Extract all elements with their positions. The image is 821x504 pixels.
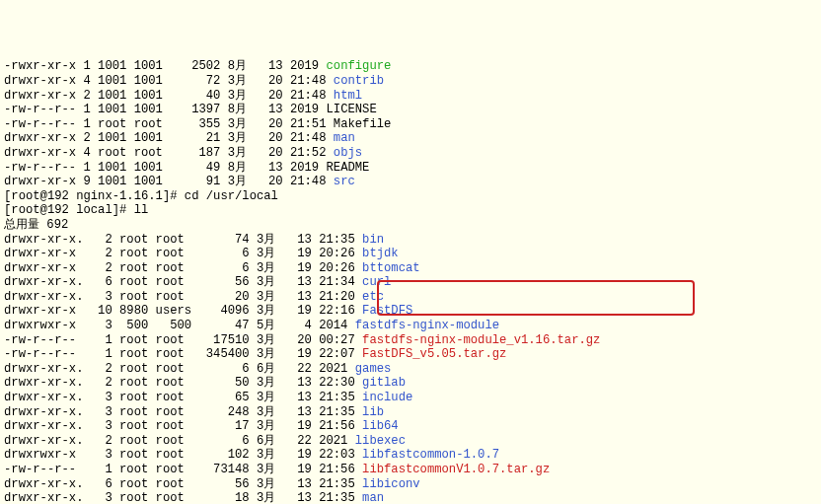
file-row: drwxr-xr-x. 3 root root 65 3月 13 21:35 i… (4, 391, 817, 405)
file-row: drwxr-xr-x 2 1001 1001 40 3月 20 21:48 ht… (4, 89, 817, 104)
file-row: drwxr-xr-x. 2 root root 6 6月 22 2021 gam… (4, 362, 817, 377)
file-permissions: drwxr-xr-x. 3 root root 17 3月 19 21:56 (4, 419, 362, 433)
file-permissions: -rw-r--r-- 1 root root 17510 3月 20 00:27 (4, 333, 362, 347)
file-row: drwxr-xr-x. 6 root root 56 3月 13 21:34 c… (4, 275, 817, 290)
file-permissions: drwxrwxr-x 3 500 500 47 5月 4 2014 (4, 319, 355, 332)
file-permissions: drwxr-xr-x 2 root root 6 3月 19 20:26 (4, 261, 362, 275)
file-row: -rw-r--r-- 1 root root 345400 3月 19 22:0… (4, 347, 817, 362)
file-name: bin (362, 233, 384, 247)
file-permissions: drwxr-xr-x. 3 root root 65 3月 13 21:35 (4, 391, 362, 404)
file-name: html (334, 89, 362, 103)
file-permissions: drwxr-xr-x. 2 root root 6 6月 22 2021 (4, 362, 355, 376)
total-line: 总用量 692 (4, 218, 817, 233)
file-row: drwxr-xr-x. 3 root root 20 3月 13 21:20 e… (4, 290, 817, 305)
file-row: drwxr-xr-x 4 1001 1001 72 3月 20 21:48 co… (4, 74, 817, 89)
file-name: README (327, 161, 370, 175)
file-permissions: drwxr-xr-x 10 8980 users 4096 3月 19 22:1… (4, 304, 362, 318)
file-name: btjdk (362, 247, 399, 260)
file-row: drwxr-xr-x 2 1001 1001 21 3月 20 21:48 ma… (4, 131, 817, 146)
file-name: configure (327, 59, 392, 73)
file-name: games (355, 362, 392, 376)
file-permissions: -rw-r--r-- 1 root root 73148 3月 19 21:56 (4, 463, 362, 476)
file-row: -rw-r--r-- 1 1001 1001 1397 8月 13 2019 L… (4, 103, 817, 117)
file-permissions: -rw-r--r-- 1 root root 345400 3月 19 22:0… (4, 347, 362, 361)
file-permissions: -rw-r--r-- 1 1001 1001 1397 8月 13 2019 (4, 103, 327, 116)
file-permissions: drwxr-xr-x 4 1001 1001 72 3月 20 21:48 (4, 74, 334, 88)
file-name: libfastcommonV1.0.7.tar.gz (362, 463, 550, 476)
file-row: -rw-r--r-- 1 root root 355 3月 20 21:51 M… (4, 117, 817, 132)
file-permissions: drwxr-xr-x. 2 root root 74 3月 13 21:35 (4, 233, 362, 247)
file-row: -rw-r--r-- 1 1001 1001 49 8月 13 2019 REA… (4, 161, 817, 176)
file-row: -rwxr-xr-x 1 1001 1001 2502 8月 13 2019 c… (4, 59, 817, 74)
file-name: include (362, 391, 412, 404)
file-name: curl (362, 275, 391, 289)
file-name: FastDFS_v5.05.tar.gz (362, 347, 506, 361)
file-name: libexec (355, 434, 406, 448)
file-row: drwxrwxr-x 3 500 500 47 5月 4 2014 fastdf… (4, 319, 817, 333)
file-row: drwxr-xr-x. 2 root root 74 3月 13 21:35 b… (4, 233, 817, 248)
file-permissions: drwxr-xr-x 9 1001 1001 91 3月 20 21:48 (4, 175, 334, 188)
file-permissions: drwxr-xr-x 2 1001 1001 40 3月 20 21:48 (4, 89, 334, 103)
file-name: etc (362, 290, 384, 304)
file-row: drwxr-xr-x 9 1001 1001 91 3月 20 21:48 sr… (4, 175, 817, 189)
terminal-output: -rwxr-xr-x 1 1001 1001 2502 8月 13 2019 c… (4, 59, 817, 504)
file-permissions: drwxrwxr-x 3 root root 102 3月 19 22:03 (4, 448, 362, 462)
file-permissions: -rwxr-xr-x 1 1001 1001 2502 8月 13 2019 (4, 59, 327, 73)
file-name: lib (362, 405, 384, 419)
file-name: fastdfs-nginx-module_v1.16.tar.gz (362, 333, 600, 347)
file-name: lib64 (362, 419, 399, 433)
file-permissions: drwxr-xr-x. 2 root root 6 6月 22 2021 (4, 434, 355, 448)
file-permissions: drwxr-xr-x. 3 root root 248 3月 13 21:35 (4, 405, 362, 419)
file-permissions: drwxr-xr-x 2 1001 1001 21 3月 20 21:48 (4, 131, 334, 145)
file-permissions: drwxr-xr-x. 6 root root 56 3月 13 21:35 (4, 477, 362, 491)
file-name: man (362, 491, 384, 504)
file-name: libiconv (362, 477, 420, 491)
file-row: drwxr-xr-x 2 root root 6 3月 19 20:26 btt… (4, 261, 817, 276)
file-permissions: drwxr-xr-x 2 root root 6 3月 19 20:26 (4, 247, 362, 260)
file-name: LICENSE (327, 103, 377, 116)
file-permissions: drwxr-xr-x. 2 root root 50 3月 13 22:30 (4, 376, 362, 390)
file-name: src (334, 175, 355, 188)
file-name: contrib (334, 74, 384, 88)
file-permissions: drwxr-xr-x 4 root root 187 3月 20 21:52 (4, 146, 334, 160)
file-row: drwxr-xr-x 2 root root 6 3月 19 20:26 btj… (4, 247, 817, 261)
file-permissions: -rw-r--r-- 1 1001 1001 49 8月 13 2019 (4, 161, 327, 175)
file-row: drwxr-xr-x. 6 root root 56 3月 13 21:35 l… (4, 477, 817, 492)
file-name: fastdfs-nginx-module (355, 319, 499, 332)
file-name: objs (334, 146, 362, 160)
file-row: drwxr-xr-x. 3 root root 17 3月 19 21:56 l… (4, 419, 817, 434)
file-row: drwxrwxr-x 3 root root 102 3月 19 22:03 l… (4, 448, 817, 463)
file-permissions: drwxr-xr-x. 3 root root 18 3月 13 21:35 (4, 491, 362, 504)
file-name: gitlab (362, 376, 406, 390)
file-name: FastDFS (362, 304, 412, 318)
file-name: libfastcommon-1.0.7 (362, 448, 499, 462)
file-permissions: drwxr-xr-x. 3 root root 20 3月 13 21:20 (4, 290, 362, 304)
file-row: drwxr-xr-x. 2 root root 6 6月 22 2021 lib… (4, 434, 817, 449)
file-row: drwxr-xr-x. 3 root root 18 3月 13 21:35 m… (4, 491, 817, 504)
file-row: drwxr-xr-x. 3 root root 248 3月 13 21:35 … (4, 405, 817, 420)
file-name: bttomcat (362, 261, 420, 275)
file-row: drwxr-xr-x. 2 root root 50 3月 13 22:30 g… (4, 376, 817, 391)
file-permissions: drwxr-xr-x. 6 root root 56 3月 13 21:34 (4, 275, 362, 289)
file-name: Makefile (334, 117, 392, 131)
file-name: man (334, 131, 355, 145)
file-permissions: -rw-r--r-- 1 root root 355 3月 20 21:51 (4, 117, 334, 131)
file-row: -rw-r--r-- 1 root root 17510 3月 20 00:27… (4, 333, 817, 348)
prompt-line: [root@192 local]# ll (4, 203, 817, 218)
file-row: drwxr-xr-x 10 8980 users 4096 3月 19 22:1… (4, 304, 817, 319)
file-row: drwxr-xr-x 4 root root 187 3月 20 21:52 o… (4, 146, 817, 161)
prompt-line: [root@192 nginx-1.16.1]# cd /usr/local (4, 189, 817, 204)
file-row: -rw-r--r-- 1 root root 73148 3月 19 21:56… (4, 463, 817, 477)
